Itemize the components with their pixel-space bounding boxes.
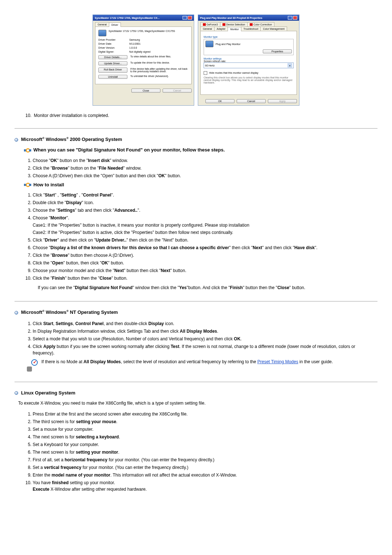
rollback-driver-description: If the device fails after updating the d… [130, 68, 188, 73]
refresh-rate-value: 60 Hertz [205, 64, 215, 67]
refresh-rate-select[interactable]: 60 Hertz ▾ [204, 62, 294, 68]
titlebar: SyncMaster 171S/ 175S/ 170S, MagicSyncMa… [93, 15, 194, 21]
val-digital-signer: Not digitally signed [129, 50, 151, 53]
tab-device-selection[interactable]: Device Selection [220, 22, 248, 27]
tab-general[interactable]: General [95, 22, 109, 27]
list-item: Click Apply button if you see the screen… [33, 343, 377, 356]
hide-modes-checkbox[interactable] [204, 71, 207, 75]
tab-color-management[interactable]: Color Management [260, 27, 287, 31]
label-driver-version: Driver Version: [98, 46, 129, 49]
titlebar-icons [183, 16, 192, 20]
list-item: Double click the "Display" Icon. [33, 199, 377, 206]
help-icon[interactable] [183, 16, 187, 20]
label-digital-signer: Digital Signer: [98, 50, 129, 53]
titlebar: Plug and Play Monitor and 3D Prophet III… [198, 15, 299, 21]
window-title: SyncMaster 171S/ 175S/ 170S, MagicSyncMa… [95, 17, 160, 19]
list-item: Choose "OK" button on the "Insert disk" … [33, 157, 377, 164]
note-icon [27, 359, 39, 372]
sig-note: If you can see the "Digital Signature No… [38, 284, 377, 291]
list-item: Set a vertical frequency for your monito… [33, 464, 377, 471]
divider [15, 128, 377, 129]
how-to-install-heading: How to install [24, 182, 377, 188]
hide-modes-label: Hide modes that this monitor cannot disp… [209, 72, 258, 74]
step-10-completition: 10. Monitor driver installation is compl… [25, 113, 377, 118]
sig-steps: Choose "OK" button on the "Insert disk" … [33, 157, 377, 179]
monitor-settings-label: Monitor settings [204, 57, 294, 60]
list-item: Choose A:(D:\Driver) then click the "Ope… [33, 173, 377, 179]
chevron-down-icon: ▾ [287, 63, 292, 68]
case2: Case2: If the "Properties" button is act… [33, 229, 377, 236]
label-driver-date: Driver Date: [98, 42, 129, 45]
nt-heading: Microsoft® Windows® NT Operating System [15, 309, 377, 315]
monitor-name: Plug and Play Monitor [216, 43, 240, 45]
tab-geforce[interactable]: GeForce3 [200, 22, 220, 27]
uninstall-description: To uninstall the driver (Advanced). [130, 75, 169, 79]
window-body: SyncMaster 171S/ 175S/ 170S, MagicSyncMa… [95, 27, 192, 84]
list-item: The third screen is for setting your mou… [33, 418, 377, 425]
tab-general[interactable]: General [200, 27, 215, 31]
rollback-driver-button[interactable]: Roll Back Driver [98, 68, 127, 73]
bullet-icon [15, 391, 18, 395]
uninstall-button[interactable]: Uninstall [98, 75, 127, 79]
monitor-icon [205, 41, 213, 47]
linux-intro: To execute X-Window, you need to make th… [18, 401, 377, 406]
linux-steps: Press Enter at the first and the second … [33, 411, 377, 493]
label-driver-provider: Driver Provider: [98, 39, 129, 41]
monitor-props-window: Plug and Play Monitor and 3D Prophet III… [198, 15, 299, 106]
cancel-button[interactable]: Cancel [237, 99, 266, 103]
val-driver-version: 1.0.0.0 [129, 46, 137, 49]
close-icon[interactable] [293, 16, 297, 20]
close-icon[interactable] [188, 16, 192, 20]
list-item: The next screen is for selecting a keybo… [33, 434, 377, 440]
list-item: In Display Registration Information wind… [33, 328, 377, 335]
list-item: Set a mouse for your computer. [33, 426, 377, 433]
apply-button: Apply [268, 99, 297, 103]
list-item: Choose the "Settings" tab and then click… [33, 207, 377, 214]
win2000-heading: Microsoft® Windows® 2000 Operating Syste… [15, 137, 377, 142]
list-item: Set a Keyboard for your computer. [33, 441, 377, 448]
preset-timing-modes-link[interactable]: Preset Timing Modes [257, 359, 298, 364]
sig-not-found-heading: When you can see "Digital Signature Not … [24, 147, 377, 153]
tab-monitor[interactable]: Monitor [228, 27, 241, 31]
window-body: Monitor type Plug and Play Monitor Prope… [200, 31, 297, 95]
hide-modes-description: Clearing this check box allows you to se… [204, 76, 294, 84]
case1: Case1: If the "Properties" button is ina… [33, 222, 377, 228]
monitor-type-label: Monitor type [204, 36, 294, 38]
windows-row: SyncMaster 171S/ 175S/ 170S, MagicSyncMa… [15, 15, 377, 106]
list-item: Click Start, Settings, Control Panel, an… [33, 320, 377, 327]
refresh-label: Screen refresh rate: [204, 60, 294, 62]
tab-color-correction[interactable]: Color Correction [247, 22, 274, 27]
divider [15, 382, 377, 382]
driver-details-description: To view details about the driver files. [130, 55, 171, 59]
nvidia-icon [203, 23, 206, 26]
list-item: Choose "Display a list of the known driv… [33, 244, 377, 251]
list-item: Select a mode that you wish to use (Reso… [33, 336, 377, 342]
nvidia-icon [222, 23, 225, 26]
ok-button[interactable]: OK [205, 99, 234, 103]
close-button[interactable]: Close [131, 89, 160, 93]
update-driver-button[interactable]: Update Driver... [98, 61, 127, 65]
bullet-icon [15, 311, 18, 315]
list-item: Click the "Open" button, then click "OK"… [33, 260, 377, 266]
titlebar-icons [288, 16, 297, 20]
list-item: Enter the model name of your monitor. Th… [33, 472, 377, 478]
list-item: Click "Driver" and then click on "Update… [33, 237, 377, 243]
properties-button[interactable]: Properties [263, 49, 292, 53]
bullet-icon [15, 138, 18, 142]
help-icon[interactable] [288, 16, 292, 20]
tab-driver[interactable]: Driver [109, 23, 121, 27]
tab-adapter[interactable]: Adapter [214, 27, 228, 31]
step-icon [24, 182, 31, 187]
list-item: Click "Start" , "Setting" , "Control Pan… [33, 192, 377, 198]
list-item: Press Enter at the first and the second … [33, 411, 377, 417]
device-name: SyncMaster 171S/ 175S/ 170S, MagicSyncMa… [109, 30, 175, 36]
driver-details-button[interactable]: Driver Details... [98, 55, 127, 59]
update-driver-description: To update the driver for this device. [130, 61, 170, 65]
list-item: Click the "Finish" button then the "Clos… [33, 275, 377, 281]
linux-heading: Linux Operating System [15, 390, 377, 396]
cancel-button: Cancel [163, 89, 192, 93]
monitor-icon [98, 30, 106, 36]
nt-note-text: If there is no Mode at All Display Modes… [41, 359, 333, 364]
val-driver-provider: Samsung [129, 39, 140, 41]
tab-troubleshoot[interactable]: Troubleshoot [241, 27, 261, 31]
